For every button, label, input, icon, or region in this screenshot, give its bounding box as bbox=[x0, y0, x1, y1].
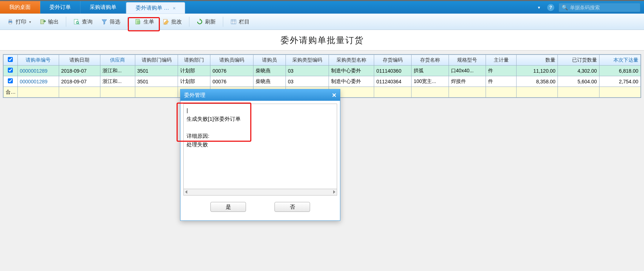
cell-inv-name: 拱弧 bbox=[411, 66, 449, 76]
tabbar-dropdown-icon[interactable]: ▾ bbox=[535, 5, 543, 10]
svg-rect-8 bbox=[137, 21, 140, 24]
col-req-no[interactable]: 请购单编号 bbox=[17, 55, 59, 66]
cell-buyer-code: 00076 bbox=[210, 66, 253, 76]
cell-spec: 口40x40... bbox=[449, 66, 486, 76]
cell-req-date: 2018-09-07 bbox=[59, 66, 100, 76]
columns-button[interactable]: 栏目 bbox=[227, 17, 253, 27]
col-qty[interactable]: 数量 bbox=[517, 55, 558, 66]
tab-desktop[interactable]: 我的桌面 bbox=[0, 1, 40, 14]
cell-ptype-name: 制造中心委外 bbox=[329, 76, 374, 87]
dialog-message: | 生成失败[1]张委外订单 详细原因: 处理失败 bbox=[183, 104, 337, 189]
col-req-date[interactable]: 请购日期 bbox=[59, 55, 100, 66]
toolbar-separator bbox=[66, 17, 66, 27]
svg-line-6 bbox=[78, 24, 79, 25]
cell-qty: 8,358.00 bbox=[517, 76, 558, 87]
table-row[interactable]: 0000001289 2018-09-07 浙江和... 3501 计划部 00… bbox=[4, 76, 641, 87]
dialog-no-button[interactable]: 否 bbox=[274, 202, 310, 212]
message-dialog: 委外管理 ✕ | 生成失败[1]张委外订单 详细原因: 处理失败 是 否 bbox=[180, 89, 340, 221]
cell-inv-code: 011140360 bbox=[374, 66, 412, 76]
cell-req-no[interactable]: 0000001289 bbox=[17, 66, 59, 76]
svg-rect-2 bbox=[9, 22, 12, 24]
toolbar-separator bbox=[189, 17, 189, 27]
col-checkbox[interactable] bbox=[4, 55, 18, 66]
cell-uom: 件 bbox=[486, 76, 517, 87]
batch-edit-button[interactable]: 批改 bbox=[159, 17, 185, 27]
dialog-close-icon[interactable]: ✕ bbox=[332, 92, 336, 99]
dialog-titlebar[interactable]: 委外管理 ✕ bbox=[180, 89, 340, 101]
refresh-icon bbox=[197, 19, 203, 25]
toolbar: 打印 ▾ 输出 查询 筛选 生单 批改 刷新 bbox=[0, 14, 644, 30]
row-checkbox[interactable] bbox=[8, 68, 13, 73]
cell-ptype-name: 制造中心委外 bbox=[329, 66, 374, 76]
global-search[interactable]: 🔍 bbox=[559, 3, 640, 12]
refresh-label: 刷新 bbox=[205, 19, 216, 25]
tab-bar: 我的桌面 委外订单 采购请购单 委外请购单 … × ▾ ? 🔍 bbox=[0, 0, 644, 14]
dialog-title: 委外管理 bbox=[184, 92, 205, 99]
query-label: 查询 bbox=[82, 19, 93, 25]
print-button[interactable]: 打印 ▾ bbox=[4, 17, 35, 27]
col-inv-name[interactable]: 存货名称 bbox=[411, 55, 449, 66]
generate-label: 生单 bbox=[143, 19, 154, 25]
svg-rect-3 bbox=[41, 20, 44, 24]
horizontal-scrollbar[interactable] bbox=[183, 189, 337, 196]
select-all-checkbox[interactable] bbox=[8, 57, 13, 62]
cell-buyer-code: 00076 bbox=[210, 76, 253, 87]
export-button[interactable]: 输出 bbox=[36, 17, 62, 27]
refresh-button[interactable]: 刷新 bbox=[193, 17, 219, 27]
cell-buyer: 柴晓燕 bbox=[253, 66, 286, 76]
help-icon[interactable]: ? bbox=[547, 4, 554, 11]
table-header-row: 请购单编号 请购日期 供应商 请购部门编码 请购部门 请购员编码 请购员 采购类… bbox=[4, 55, 641, 66]
chevron-down-icon: ▾ bbox=[29, 20, 31, 24]
query-button[interactable]: 查询 bbox=[70, 17, 96, 27]
col-dept-code[interactable]: 请购部门编码 bbox=[135, 55, 178, 66]
cell-uom: 件 bbox=[486, 66, 517, 76]
tab-outsource-order[interactable]: 委外订单 bbox=[40, 1, 80, 14]
dialog-body: | 生成失败[1]张委外订单 详细原因: 处理失败 是 否 bbox=[180, 101, 340, 220]
tab-purchase-req[interactable]: 采购请购单 bbox=[80, 1, 126, 14]
col-uom[interactable]: 主计量 bbox=[486, 55, 517, 66]
funnel-icon bbox=[101, 19, 108, 25]
tab-outsource-req[interactable]: 委外请购单 … × bbox=[126, 2, 185, 14]
col-supplier[interactable]: 供应商 bbox=[100, 55, 135, 66]
cell-qty: 11,120.00 bbox=[517, 66, 558, 76]
print-label: 打印 bbox=[16, 19, 26, 25]
query-icon bbox=[73, 19, 80, 25]
dialog-yes-button[interactable]: 是 bbox=[210, 202, 246, 212]
col-dept[interactable]: 请购部门 bbox=[178, 55, 210, 66]
col-inv-code[interactable]: 存货编码 bbox=[374, 55, 412, 66]
col-this-qty[interactable]: 本次下达量 bbox=[599, 55, 640, 66]
dialog-buttons: 是 否 bbox=[183, 196, 337, 218]
col-ordered-qty[interactable]: 已订货数量 bbox=[558, 55, 599, 66]
col-ptype-code[interactable]: 采购类型编码 bbox=[286, 55, 329, 66]
tabbar-right: ▾ ? 🔍 bbox=[535, 1, 644, 14]
cell-dept-code: 3501 bbox=[135, 76, 178, 87]
cell-dept-code: 3501 bbox=[135, 66, 178, 76]
columns-label: 栏目 bbox=[239, 19, 250, 25]
search-icon: 🔍 bbox=[562, 5, 568, 10]
batch-edit-label: 批改 bbox=[171, 19, 182, 25]
svg-rect-1 bbox=[9, 20, 12, 21]
row-checkbox[interactable] bbox=[8, 78, 13, 83]
cell-inv-code: 011240364 bbox=[374, 76, 412, 87]
col-ptype-name[interactable]: 采购类型名称 bbox=[329, 55, 374, 66]
cell-ptype-code: 03 bbox=[286, 66, 329, 76]
table-row[interactable]: 0000001289 2018-09-07 浙江和... 3501 计划部 00… bbox=[4, 66, 641, 76]
cell-dept: 计划部 bbox=[178, 66, 210, 76]
export-label: 输出 bbox=[48, 19, 59, 25]
toolbar-separator bbox=[223, 17, 223, 27]
cell-spec: 焊接件 bbox=[449, 76, 486, 87]
cell-ordered-qty: 5,604.00 bbox=[558, 76, 599, 87]
filter-button[interactable]: 筛选 bbox=[98, 17, 124, 27]
cell-this-qty: 6,818.00 bbox=[599, 66, 640, 76]
cell-dept: 计划部 bbox=[178, 76, 210, 87]
col-buyer[interactable]: 请购员 bbox=[253, 55, 286, 66]
cell-req-no[interactable]: 0000001289 bbox=[17, 76, 59, 87]
generate-button[interactable]: 生单 bbox=[131, 17, 158, 27]
tab-outsource-req-label: 委外请购单 … bbox=[136, 5, 169, 11]
global-search-input[interactable] bbox=[570, 5, 637, 10]
col-spec[interactable]: 规格型号 bbox=[449, 55, 486, 66]
svg-rect-10 bbox=[231, 20, 236, 24]
page-title: 委外请购单批量订货 bbox=[0, 30, 644, 51]
col-buyer-code[interactable]: 请购员编码 bbox=[210, 55, 253, 66]
tab-close-icon[interactable]: × bbox=[173, 5, 176, 11]
